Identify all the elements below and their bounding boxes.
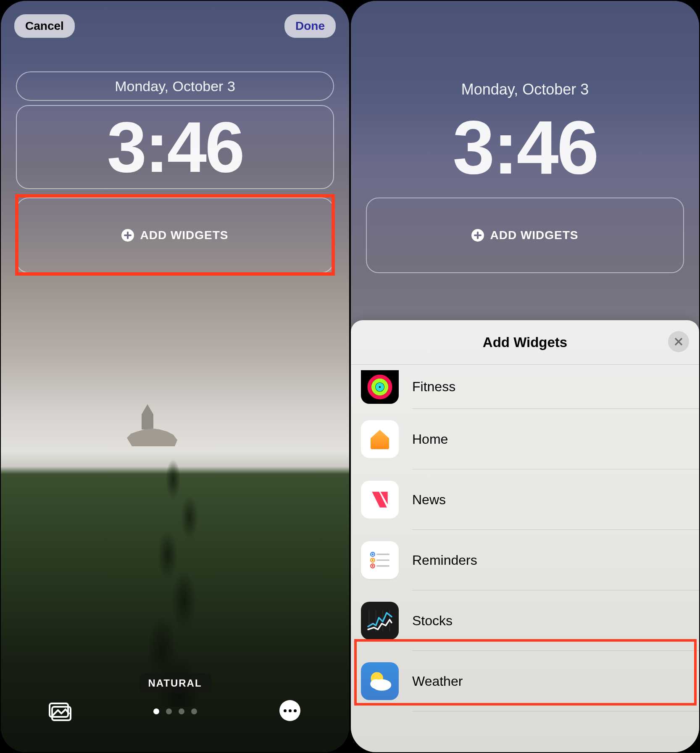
page-indicator[interactable] (153, 708, 197, 714)
filter-label-text: NATURAL (148, 677, 202, 689)
svg-point-6 (372, 553, 374, 555)
widget-row-home[interactable]: Home (351, 409, 699, 469)
phone-left: Cancel Done Monday, October 3 3:46 ADD W… (1, 1, 349, 752)
ellipsis-icon (284, 709, 287, 712)
add-widgets-label: ADD WIDGETS (140, 229, 228, 242)
plus-icon (121, 229, 134, 242)
date-widget[interactable]: Monday, October 3 (16, 71, 334, 101)
widget-row-weather[interactable]: Weather (351, 651, 699, 711)
home-icon (361, 420, 399, 458)
add-widgets-label: ADD WIDGETS (490, 229, 578, 242)
widget-row-fitness[interactable]: Fitness (351, 365, 699, 409)
news-icon (361, 481, 399, 519)
widget-label: Reminders (412, 553, 477, 568)
more-button[interactable] (279, 700, 300, 721)
date-label: Monday, October 3 (115, 78, 235, 95)
fitness-icon (361, 370, 399, 404)
weather-icon (361, 662, 399, 700)
photos-icon[interactable] (49, 702, 72, 722)
phone-right: Monday, October 3 3:46 ADD WIDGETS Add W… (351, 1, 699, 752)
time-label: 3:46 (453, 104, 597, 191)
page-dot-1 (153, 708, 159, 714)
add-widgets-button[interactable]: ADD WIDGETS (16, 197, 334, 273)
widget-row-news[interactable]: News (351, 469, 699, 530)
widget-label: Weather (412, 674, 463, 689)
reminders-icon (361, 541, 399, 579)
add-widgets-sheet: Add Widgets Fitness Home (351, 320, 699, 752)
done-button[interactable]: Done (284, 14, 336, 38)
plus-icon (471, 229, 484, 242)
clock-widget[interactable]: 3:46 (16, 105, 334, 189)
widget-label: Fitness (412, 379, 455, 395)
cancel-button[interactable]: Cancel (14, 14, 75, 38)
close-button[interactable] (668, 331, 689, 352)
svg-point-3 (374, 380, 387, 393)
svg-point-12 (372, 565, 374, 567)
sheet-header: Add Widgets (351, 320, 699, 365)
widget-row-stocks[interactable]: Stocks (351, 590, 699, 651)
widget-row-reminders[interactable]: Reminders (351, 530, 699, 590)
widget-label: Stocks (412, 613, 453, 629)
page-dot-2 (166, 708, 172, 714)
close-icon (674, 337, 683, 346)
sheet-title: Add Widgets (483, 334, 567, 350)
date-widget[interactable]: Monday, October 3 (366, 75, 684, 104)
filter-label-pill[interactable]: NATURAL (139, 673, 211, 693)
widget-label: Home (412, 432, 448, 447)
stocks-icon (361, 602, 399, 640)
widget-label: News (412, 492, 446, 508)
date-label: Monday, October 3 (461, 81, 589, 98)
svg-point-4 (377, 384, 382, 389)
stream-decor (118, 455, 228, 707)
add-widgets-button[interactable]: ADD WIDGETS (366, 197, 684, 273)
clock-widget[interactable]: 3:46 (366, 105, 684, 189)
svg-point-20 (370, 679, 382, 689)
time-label: 3:46 (107, 106, 243, 188)
top-button-row: Cancel Done (14, 14, 336, 38)
page-dot-4 (191, 708, 197, 714)
svg-point-9 (372, 559, 374, 561)
widget-list[interactable]: Fitness Home News (351, 365, 699, 752)
castle-silhouette (127, 417, 177, 455)
page-dot-3 (179, 708, 184, 714)
